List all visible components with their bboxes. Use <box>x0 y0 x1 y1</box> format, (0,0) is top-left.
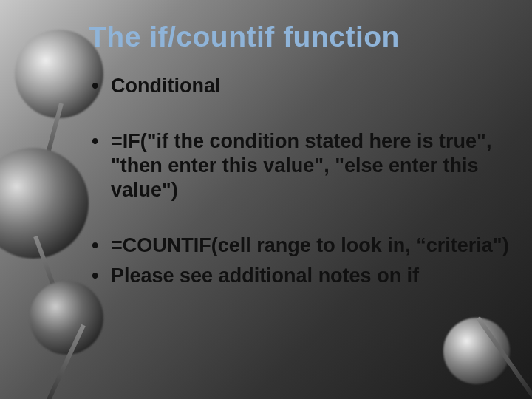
bullet-list: Conditional <box>89 74 510 98</box>
bullet-item: =COUNTIF(cell range to look in, “criteri… <box>89 233 510 258</box>
bullet-item: Please see additional notes on if <box>89 264 510 288</box>
bullet-item: =IF("if the condition stated here is tru… <box>89 129 510 202</box>
bullet-list: =COUNTIF(cell range to look in, “criteri… <box>89 233 510 288</box>
spacer <box>89 104 510 129</box>
spacer <box>89 208 510 233</box>
slide-title: The if/countif function <box>89 21 510 53</box>
bullet-list: =IF("if the condition stated here is tru… <box>89 129 510 202</box>
slide: The if/countif function Conditional =IF(… <box>0 0 532 399</box>
decorative-sphere <box>0 148 89 259</box>
bullet-item: Conditional <box>89 74 510 98</box>
slide-content: The if/countif function Conditional =IF(… <box>89 21 510 384</box>
